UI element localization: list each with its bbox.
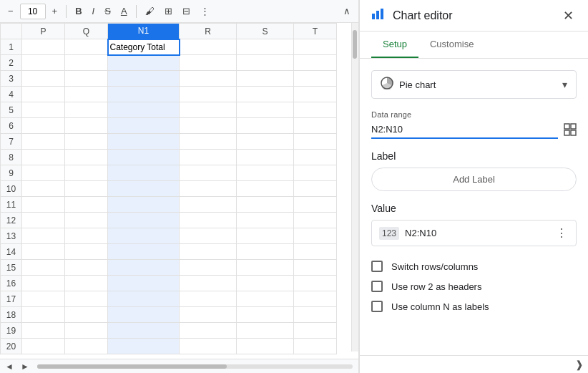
cell[interactable] <box>237 134 294 150</box>
cell[interactable] <box>108 55 180 71</box>
cell[interactable] <box>237 276 294 291</box>
checkbox-switch-rows[interactable]: Switch rows/columns <box>371 261 577 272</box>
cell[interactable] <box>237 55 294 71</box>
select-range-icon[interactable] <box>564 123 577 139</box>
cell[interactable] <box>108 307 180 323</box>
cell[interactable] <box>65 323 108 339</box>
cell[interactable] <box>294 307 337 323</box>
cell[interactable] <box>180 150 237 165</box>
cell[interactable] <box>108 244 180 260</box>
cell[interactable] <box>180 87 237 102</box>
underline-button[interactable]: A <box>117 4 131 18</box>
panel-collapse-button[interactable]: ❱ <box>575 359 584 370</box>
cell[interactable] <box>237 260 294 276</box>
cell[interactable] <box>108 102 180 118</box>
merge-button[interactable]: ⊟ <box>179 4 194 18</box>
cell[interactable] <box>108 87 180 102</box>
cell[interactable] <box>108 197 180 213</box>
cell[interactable] <box>237 71 294 87</box>
cell[interactable] <box>22 71 65 87</box>
cell[interactable] <box>180 39 237 55</box>
cell[interactable] <box>180 118 237 134</box>
cell[interactable] <box>22 134 65 150</box>
plus-button[interactable]: + <box>49 4 62 18</box>
col-header-Q[interactable]: Q <box>65 24 108 39</box>
cell[interactable] <box>108 260 180 276</box>
cell[interactable] <box>180 102 237 118</box>
cell[interactable] <box>294 87 337 102</box>
cell[interactable] <box>294 339 337 354</box>
cell[interactable]: Category Total <box>108 39 180 55</box>
minus-button[interactable]: − <box>4 4 17 18</box>
cell[interactable] <box>22 87 65 102</box>
cell[interactable] <box>65 276 108 291</box>
borders-button[interactable]: ⊞ <box>161 4 176 18</box>
cell[interactable] <box>180 55 237 71</box>
cell[interactable] <box>294 291 337 307</box>
cell[interactable] <box>180 291 237 307</box>
cell[interactable] <box>65 213 108 228</box>
cell[interactable] <box>22 39 65 55</box>
cell[interactable] <box>22 165 65 181</box>
tab-customise[interactable]: Customise <box>418 32 485 58</box>
cell[interactable] <box>180 339 237 354</box>
cell[interactable] <box>294 260 337 276</box>
cell[interactable] <box>180 213 237 228</box>
cell[interactable] <box>237 228 294 244</box>
cell[interactable] <box>108 118 180 134</box>
cell[interactable] <box>108 291 180 307</box>
cell[interactable] <box>237 150 294 165</box>
value-menu-button[interactable]: ⋮ <box>554 226 569 240</box>
nav-prev-button[interactable]: ◄ <box>3 362 16 372</box>
cell[interactable] <box>294 71 337 87</box>
cell[interactable] <box>65 197 108 213</box>
col-header-T[interactable]: T <box>294 24 337 39</box>
cell[interactable] <box>108 323 180 339</box>
tab-setup[interactable]: Setup <box>371 32 418 58</box>
cell[interactable] <box>180 228 237 244</box>
cell[interactable] <box>65 134 108 150</box>
cell[interactable] <box>237 291 294 307</box>
cell[interactable] <box>294 150 337 165</box>
cell[interactable] <box>22 55 65 71</box>
cell[interactable] <box>108 134 180 150</box>
cell[interactable] <box>237 102 294 118</box>
cell[interactable] <box>294 323 337 339</box>
cell[interactable] <box>294 197 337 213</box>
cell[interactable] <box>108 276 180 291</box>
more-button[interactable]: ⋮ <box>197 4 213 18</box>
cell[interactable] <box>180 260 237 276</box>
cell[interactable] <box>65 165 108 181</box>
col-header-S[interactable]: S <box>237 24 294 39</box>
cell[interactable] <box>294 244 337 260</box>
cell[interactable] <box>108 339 180 354</box>
cell[interactable] <box>65 228 108 244</box>
cell[interactable] <box>294 228 337 244</box>
col-header-P[interactable]: P <box>22 24 65 39</box>
scrollbar-y[interactable] <box>351 23 358 352</box>
cell[interactable] <box>180 134 237 150</box>
cell[interactable] <box>237 87 294 102</box>
cell[interactable] <box>237 39 294 55</box>
bold-button[interactable]: B <box>72 4 85 18</box>
close-button[interactable]: ✕ <box>560 6 577 25</box>
cell[interactable] <box>108 150 180 165</box>
cell[interactable] <box>65 71 108 87</box>
cell[interactable] <box>22 213 65 228</box>
cell[interactable] <box>65 339 108 354</box>
cell[interactable] <box>22 291 65 307</box>
italic-button[interactable]: I <box>89 4 99 18</box>
cell[interactable] <box>65 118 108 134</box>
cell[interactable] <box>294 102 337 118</box>
cell[interactable] <box>237 181 294 197</box>
cell[interactable] <box>237 244 294 260</box>
cell[interactable] <box>65 102 108 118</box>
cell[interactable] <box>22 150 65 165</box>
cell[interactable] <box>237 323 294 339</box>
checkbox-use-col-n[interactable]: Use column N as labels <box>371 301 577 312</box>
cell[interactable] <box>22 102 65 118</box>
cell[interactable] <box>237 339 294 354</box>
switch-rows-checkbox[interactable] <box>371 261 383 272</box>
cell[interactable] <box>108 71 180 87</box>
cell[interactable] <box>65 291 108 307</box>
